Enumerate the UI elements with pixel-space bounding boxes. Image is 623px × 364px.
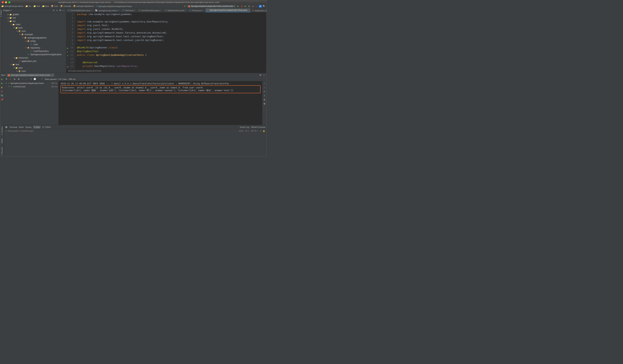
structure-tool-button[interactable]: 7: Structure [1, 146, 3, 156]
next-icon[interactable]: ↓ [25, 78, 28, 81]
vcs-update-icon[interactable]: ↓ [255, 5, 258, 8]
editor-breadcrumb[interactable]: SpringbootJpaDemoApplicationTests [66, 69, 267, 73]
breadcrumb-item[interactable]: 📦 example [60, 5, 73, 7]
collapse-all-icon[interactable]: ≡ [56, 9, 58, 12]
editor-tab[interactable]: Ⓒ DemoApplication.java × [66, 8, 94, 12]
close-tab-icon[interactable]: × [248, 9, 249, 11]
todo-button[interactable]: 6: TODO [43, 126, 51, 128]
tree-node[interactable]: ⒸSpringbootJpaDemoApplication [2, 53, 66, 56]
print-icon[interactable]: 🖨 [263, 98, 266, 101]
console-output[interactable]: 2018-11-26 17:49:06.617 INFO 3068 --- [ … [59, 81, 262, 125]
breadcrumb-item[interactable]: 📁 test [33, 5, 41, 7]
debug-icon[interactable]: 🐞 [241, 5, 243, 8]
git-branch-icon[interactable]: ⎇ [259, 130, 262, 132]
toggle-auto-icon[interactable]: ◐ [1, 86, 3, 88]
code-text[interactable]: package com.example.springbootjpademo;im… [75, 12, 267, 69]
editor-tab[interactable]: ⚙ application.yml × [251, 9, 267, 12]
hide-icon[interactable]: — [62, 9, 65, 12]
breadcrumb-item[interactable]: Ⓒ SpringbootJpaDemoApplicationTests [96, 5, 133, 8]
test-node[interactable]: ▼✔ SpringbootJpaDemoApplicationTests269 … [4, 82, 58, 85]
coverage-icon[interactable]: ▶ [244, 5, 247, 8]
editor-tab[interactable]: Ⓘ UserRepository.java × [137, 8, 163, 12]
build-icon[interactable]: ⬇ [183, 5, 186, 8]
sort-icon[interactable]: ⇅ [5, 78, 8, 81]
build-button[interactable]: Build [19, 126, 23, 128]
project-tool-button[interactable]: 1: Project [0, 9, 2, 18]
run-icon[interactable]: ▶ [237, 5, 239, 8]
breadcrumb-item[interactable]: 📦 com [51, 5, 60, 7]
editor-tab[interactable]: Ⓒ SpringbootJpaDemoApplicationTests.java… [205, 8, 251, 12]
close-window-button[interactable] [2, 1, 4, 3]
tree-node[interactable]: ▶📁gradle [2, 13, 66, 16]
tree-node[interactable]: ▼📁resources [2, 56, 66, 60]
tree-node[interactable]: ▼📁src [2, 20, 66, 23]
tree-node[interactable]: ▼📦com [2, 69, 66, 73]
tree-node[interactable]: ▼📦com [2, 29, 66, 33]
jrebel-icon[interactable]: JR [259, 5, 262, 8]
search-icon[interactable]: 🔍 [263, 5, 265, 8]
breadcrumb-item[interactable]: 📁 src [25, 5, 33, 7]
code-editor[interactable]: 123456789▶10✔11✔121314⇄151617✔1819202122… [66, 12, 267, 69]
tree-node[interactable]: ▼📦entity [2, 40, 66, 43]
maximize-window-button[interactable] [8, 1, 10, 3]
test-tree[interactable]: ▼✔ SpringbootJpaDemoApplicationTests269 … [4, 81, 59, 125]
tree-node[interactable]: ▼📁test [2, 63, 66, 66]
filter-icon[interactable]: ⏍ [9, 78, 12, 81]
stop-icon[interactable]: ■ [252, 5, 254, 8]
tree-node[interactable]: ▼📁main [2, 23, 66, 26]
tree-node[interactable]: ⒸUser [2, 43, 66, 46]
lock-icon[interactable]: 🔒 [263, 130, 265, 132]
close-run-tab-icon[interactable]: × [52, 74, 53, 76]
expand-icon[interactable]: ⊟ [13, 78, 16, 81]
scroll-end-icon[interactable]: ⤓ [263, 94, 266, 97]
close-tab-icon[interactable]: × [91, 9, 92, 11]
run-configuration-selector[interactable]: ⬤ SpringbootJpaDemoApplicationTests.cont… [187, 5, 236, 7]
close-tab-icon[interactable]: × [118, 9, 119, 11]
run-tab[interactable]: ⬤ SpringbootJpaDemoApplicationTests.cont… [7, 74, 54, 77]
scroll-to-source-icon[interactable]: ⊙ [52, 9, 55, 12]
jrebel-console-button[interactable]: JRebel Console [251, 126, 265, 128]
cursor-position[interactable]: 15:43 [239, 130, 243, 132]
wrap-icon[interactable]: ↩ [263, 90, 266, 93]
tree-node[interactable]: ▶📁out [2, 16, 66, 20]
dump-icon[interactable]: 📷 [1, 94, 3, 97]
tree-node[interactable]: ▼📦springbootjpademo [2, 36, 66, 40]
line-gutter[interactable]: 123456789▶10✔11✔121314⇄151617✔1819202122… [66, 12, 75, 69]
editor-tabs[interactable]: Ⓒ DemoApplication.java ×🐘 springboot-jpa… [66, 8, 267, 12]
close-tab-icon[interactable]: × [134, 9, 135, 11]
run-hide-icon[interactable]: — [263, 74, 265, 76]
editor-tab[interactable]: Ⓘ JpaRepository.java × [163, 8, 188, 12]
close-tab-icon[interactable]: × [160, 9, 161, 11]
clear-icon[interactable]: 🗑 [263, 102, 266, 105]
tree-node[interactable]: ⚙application.yml [2, 60, 66, 63]
down-icon[interactable]: ↓ [263, 86, 266, 88]
editor-tab[interactable]: 🐘 springboot-jpa-demo × [94, 9, 121, 12]
rerun-icon[interactable]: ▶ [1, 78, 3, 81]
pin-icon[interactable]: 📌 [1, 98, 3, 101]
file-encoding[interactable]: UTF-8 ‡ [251, 130, 258, 132]
test-node[interactable]: ▼✔ contextLoads269 ms [4, 85, 58, 88]
breadcrumbs[interactable]: 📁 springboot-jpa-demo📁 src📁 test📁 java📦 … [1, 5, 133, 8]
export-icon[interactable]: ↗ [29, 78, 32, 81]
stop-run-icon[interactable]: ■ [1, 90, 3, 93]
tree-node[interactable]: ⒾUserRepository [2, 49, 66, 53]
tree-node[interactable]: ▼📦example [2, 33, 66, 36]
run-gear-icon[interactable]: ⚙ [259, 74, 262, 76]
tree-node[interactable]: ▼📦repository [2, 46, 66, 49]
event-log-button[interactable]: Event Log [240, 126, 249, 128]
gear-icon[interactable]: ⚙ [59, 9, 62, 12]
breadcrumb-item[interactable]: 📁 java [42, 5, 51, 7]
collapse-icon[interactable]: ⊞ [17, 78, 20, 81]
spring-button[interactable]: Spring [25, 126, 31, 128]
editor-tab[interactable]: Ⓒ String.java × [188, 8, 205, 12]
editor-tab[interactable]: Ⓒ User.java × [121, 8, 137, 12]
project-tree[interactable]: ▶📁gradle▶📁out▼📁src▼📁main▼📁java▼📦com▼📦exa… [2, 12, 66, 73]
profile-icon[interactable]: ▶ [248, 5, 250, 8]
menu-icon[interactable]: ▦ [5, 126, 8, 128]
history-icon[interactable]: 🕐 [34, 78, 36, 81]
close-tab-icon[interactable]: × [185, 9, 186, 11]
jrebel-tool-button[interactable]: JRebel [1, 138, 3, 144]
run-button[interactable]: 4: Run [33, 126, 41, 128]
terminal-button[interactable]: Terminal [9, 126, 17, 128]
line-separator[interactable]: LF ‡ [245, 130, 249, 132]
